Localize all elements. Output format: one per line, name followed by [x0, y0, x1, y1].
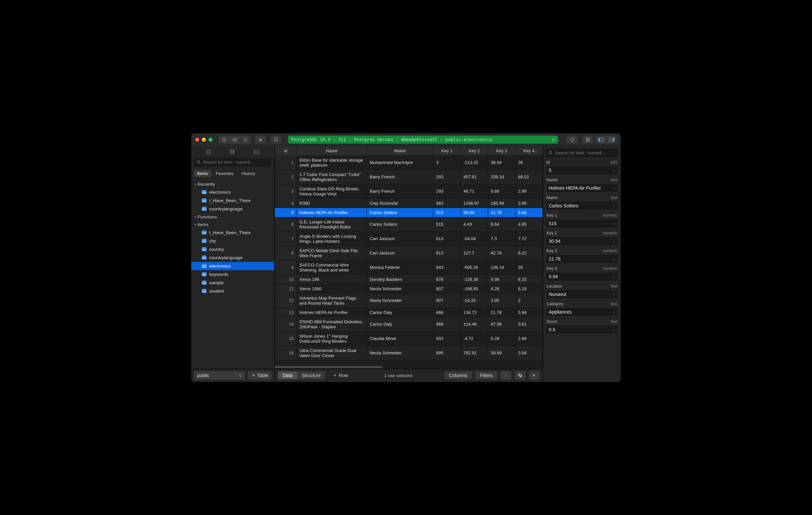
- table-row[interactable]: 6G.E. Longer-Life Indoor Recessed Floodl…: [275, 217, 543, 232]
- field-input[interactable]: 5⌄: [546, 166, 618, 175]
- tree-item-sample[interactable]: sample: [191, 278, 274, 287]
- refresh-button[interactable]: [567, 136, 578, 144]
- connection-bar[interactable]: PostgreSQL 10.3 : TLS : Postgres Heroku …: [288, 136, 558, 144]
- add-table-button[interactable]: ＋ Table: [248, 371, 271, 380]
- cell[interactable]: 2: [515, 293, 543, 307]
- cell[interactable]: 4: [275, 198, 297, 208]
- field-input[interactable]: 0.5⌄: [546, 325, 618, 334]
- cell[interactable]: 42.76: [488, 246, 515, 260]
- cell[interactable]: -226.36: [461, 274, 488, 284]
- cell[interactable]: 7: [275, 232, 297, 246]
- tree-item-countrylanguage[interactable]: countrylanguage: [191, 253, 274, 262]
- column-header-maker[interactable]: Maker: [367, 146, 433, 155]
- cell[interactable]: 678: [433, 274, 461, 284]
- table-row[interactable]: 1Eldon Base for stackable storage shelf,…: [275, 155, 543, 170]
- cell[interactable]: Carl Jackson: [367, 246, 433, 260]
- cell[interactable]: 3: [433, 155, 461, 170]
- column-header-key-4[interactable]: Key 4: [515, 146, 543, 155]
- table-row[interactable]: 7Angle-D Binders with Locking Rings, Lab…: [275, 232, 543, 246]
- cell[interactable]: 47.98: [488, 317, 515, 331]
- columns-button[interactable]: Columns: [444, 371, 472, 379]
- table-row[interactable]: 8SAFCO Mobile Desk Side File, Wire Frame…: [275, 246, 543, 260]
- cell[interactable]: 515: [433, 208, 461, 217]
- cell[interactable]: 4.98: [488, 274, 515, 284]
- cell[interactable]: 2.99: [515, 331, 543, 346]
- data-grid-wrap[interactable]: idNameMakerKey 1Key 2Key 3Key 4 1Eldon B…: [274, 146, 543, 365]
- cell[interactable]: Carlos Daly: [367, 317, 433, 331]
- table-row[interactable]: 9SAFCO Commercial Wire Shelving, Black a…: [275, 260, 543, 274]
- cell[interactable]: 12: [275, 293, 297, 307]
- column-header-name[interactable]: Name: [297, 146, 367, 155]
- cell[interactable]: R380: [297, 198, 367, 208]
- cell[interactable]: -14.33: [461, 293, 488, 307]
- cell[interactable]: 30.94: [461, 208, 488, 217]
- mode-tab-structure[interactable]: Structure: [297, 371, 326, 379]
- cell[interactable]: 13: [275, 307, 297, 317]
- table-row[interactable]: 4R380Clay Rozendal4831198.97195.993.99: [275, 198, 543, 208]
- column-header-id[interactable]: id: [275, 146, 297, 155]
- next-button[interactable]: [529, 371, 540, 380]
- cell[interactable]: Monica Federle: [367, 260, 433, 274]
- column-header-key-1[interactable]: Key 1: [433, 146, 461, 155]
- field-input[interactable]: Holmes HEPA Air Purifier⌄: [546, 183, 618, 193]
- zoom-window-button[interactable]: [208, 138, 212, 142]
- cell[interactable]: Barry French: [367, 170, 433, 184]
- cell[interactable]: 995: [433, 346, 461, 360]
- cell[interactable]: 483: [433, 198, 461, 208]
- tree-item-countrylanguage[interactable]: countrylanguage: [191, 205, 274, 213]
- cell[interactable]: 807: [433, 284, 461, 293]
- cell[interactable]: 457.81: [461, 170, 488, 184]
- cell[interactable]: 3.04: [515, 346, 543, 360]
- cell[interactable]: 16: [275, 346, 297, 360]
- tree-item-electronics[interactable]: electronics: [191, 188, 274, 196]
- close-window-button[interactable]: [195, 138, 199, 142]
- cell[interactable]: 21.78: [488, 208, 515, 217]
- cell[interactable]: 10: [275, 274, 297, 284]
- cell[interactable]: 515: [433, 217, 461, 232]
- cell[interactable]: 2: [275, 170, 297, 184]
- cell[interactable]: -54.04: [461, 232, 488, 246]
- cell[interactable]: Angle-D Binders with Locking Rings, Labe…: [297, 232, 367, 246]
- cell[interactable]: Cardinal Slant-D® Ring Binder, Heavy Gau…: [297, 184, 367, 198]
- field-input[interactable]: Nunavut⌄: [546, 290, 618, 299]
- cell[interactable]: Wilson Jones 1" Hanging DublLock® Ring B…: [297, 331, 367, 346]
- field-input[interactable]: 515⌄: [546, 219, 618, 228]
- cell[interactable]: 8.33: [515, 274, 543, 284]
- cell[interactable]: 4.43: [461, 217, 488, 232]
- table-row[interactable]: 13Holmes HEPA Air PurifierCarlos Daly868…: [275, 307, 543, 317]
- tree-group-functions[interactable]: Functions: [191, 213, 274, 221]
- tree-item-city[interactable]: city: [191, 237, 274, 245]
- table-row[interactable]: 21.7 Cubic Foot Compact "Cube" Office Re…: [275, 170, 543, 184]
- cell[interactable]: 7.72: [515, 232, 543, 246]
- sql-icon[interactable]: SQL: [254, 150, 260, 154]
- cell[interactable]: 134.72: [461, 307, 488, 317]
- cell[interactable]: 35: [515, 260, 543, 274]
- mode-tab-data[interactable]: Data: [278, 371, 297, 379]
- cell[interactable]: 6.64: [488, 217, 515, 232]
- cell[interactable]: 5.28: [488, 331, 515, 346]
- table-row[interactable]: 3Cardinal Slant-D® Ring Binder, Heavy Ga…: [275, 184, 543, 198]
- toggle-left-panel-button[interactable]: [596, 136, 606, 144]
- tree-item-country[interactable]: country: [191, 245, 274, 253]
- cell[interactable]: SAFCO Commercial Wire Shelving, Black an…: [297, 260, 367, 274]
- tree-item-i_have_been_there[interactable]: I_Have_Been_There: [191, 228, 274, 237]
- cell[interactable]: Neola Schneider: [367, 293, 433, 307]
- cell[interactable]: 782.91: [461, 346, 488, 360]
- table-row[interactable]: 15Wilson Jones 1" Hanging DublLock® Ring…: [275, 331, 543, 346]
- cell[interactable]: -695.26: [461, 260, 488, 274]
- sidebar-tab-favorites[interactable]: Favorites: [212, 170, 237, 177]
- cell[interactable]: 3.95: [488, 293, 515, 307]
- cell[interactable]: -166.85: [461, 284, 488, 293]
- lock-button[interactable]: [255, 136, 266, 144]
- cell[interactable]: Holmes HEPA Air Purifier: [297, 307, 367, 317]
- scrollbar-thumb[interactable]: [274, 366, 382, 368]
- add-row-button[interactable]: ＋ Row: [328, 371, 352, 380]
- cell[interactable]: Carl Jackson: [367, 232, 433, 246]
- stop-button[interactable]: [219, 136, 229, 144]
- cell[interactable]: 3: [275, 184, 297, 198]
- database-icon[interactable]: [230, 149, 235, 155]
- cell[interactable]: 2.99: [515, 184, 543, 198]
- cell[interactable]: 195.99: [488, 198, 515, 208]
- cell[interactable]: SAFCO Mobile Desk Side File, Wire Frame: [297, 246, 367, 260]
- table-row[interactable]: 16Ultra Commercial Grade Dual Valve Door…: [275, 346, 543, 360]
